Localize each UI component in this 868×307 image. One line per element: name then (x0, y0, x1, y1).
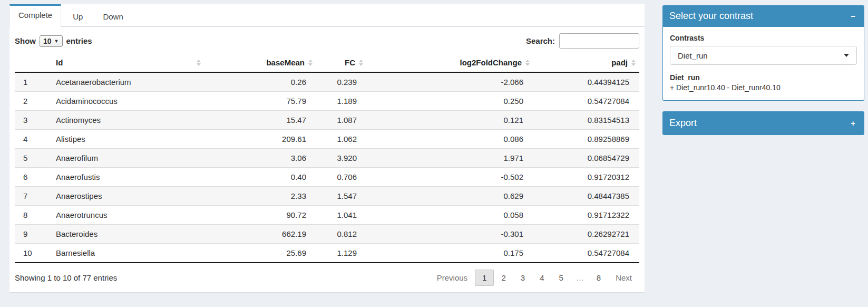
cell-num: 1 (15, 72, 52, 92)
sort-icon (525, 60, 530, 66)
column-header-padj[interactable]: padj (533, 54, 639, 72)
side-panel: Select your contrast − Contrasts Diet_ru… (662, 5, 864, 146)
table-row[interactable]: 7Anaerostipes2.331.5470.6290.48447385 (15, 187, 639, 206)
tab-complete[interactable]: Complete (9, 4, 61, 27)
cell-padj: 0.54727084 (533, 92, 639, 111)
cell-id: Acidaminococcus (52, 92, 204, 111)
cell-lfc: 0.086 (367, 130, 533, 149)
search-label: Search: (526, 36, 555, 45)
cell-id: Acetanaerobacterium (52, 72, 204, 92)
cell-fc: 0.239 (316, 72, 367, 92)
cell-id: Barnesiella (52, 244, 204, 263)
cell-padj: 0.44394125 (533, 72, 639, 92)
page-length-select[interactable]: 10 ▼ (40, 35, 63, 47)
cell-padj: 0.06854729 (533, 149, 639, 168)
pagination-page-4[interactable]: 4 (532, 270, 551, 286)
export-box-title: Export (669, 118, 697, 129)
pagination-page-3[interactable]: 3 (513, 270, 532, 286)
cell-padj: 0.48447385 (533, 187, 639, 206)
pagination-page-2[interactable]: 2 (494, 270, 513, 286)
entries-label: entries (66, 36, 92, 45)
table-row[interactable]: 6Anaerofustis0.400.706-0.5020.91720312 (15, 168, 639, 187)
cell-bm: 209.61 (204, 130, 316, 149)
cell-padj: 0.83154513 (533, 111, 639, 130)
contrast-box-body: Contrasts Diet_run Diet_run + Diet_runr1… (662, 27, 864, 101)
pagination-page-5[interactable]: 5 (551, 270, 570, 286)
export-box-header: Export + (662, 111, 864, 135)
column-header-label: FC (345, 58, 355, 67)
caret-down-icon (844, 54, 849, 57)
table-row[interactable]: 10Barnesiella25.691.1290.1750.54727084 (15, 244, 639, 263)
pagination-ellipsis: … (571, 270, 589, 286)
cell-num: 4 (15, 130, 52, 149)
pagination-page-8[interactable]: 8 (589, 270, 608, 286)
table-row[interactable]: 3Actinomyces15.471.0870.1210.83154513 (15, 111, 639, 130)
cell-num: 8 (15, 206, 52, 225)
cell-padj: 0.89258869 (533, 130, 639, 149)
cell-lfc: 0.175 (367, 244, 533, 263)
contrast-select[interactable]: Diet_run (670, 46, 857, 65)
pagination-page-1[interactable]: 1 (475, 270, 494, 286)
cell-id: Bacteroides (52, 225, 204, 244)
contrasts-label: Contrasts (670, 34, 857, 42)
column-header-id[interactable]: Id (52, 54, 204, 72)
table-row[interactable]: 9Bacteroides662.190.812-0.3010.26292721 (15, 225, 639, 244)
cell-lfc: 1.971 (367, 149, 533, 168)
pagination: Previous 12345…8 Next (430, 270, 639, 286)
column-header-rownum (15, 54, 52, 72)
cell-padj: 0.26292721 (533, 225, 639, 244)
cell-bm: 3.06 (204, 149, 316, 168)
tab-down[interactable]: Down (94, 4, 131, 27)
expand-plus-icon[interactable]: + (849, 118, 857, 128)
column-header-basemean[interactable]: baseMean (204, 54, 316, 72)
cell-id: Alistipes (52, 130, 204, 149)
cell-fc: 1.189 (316, 92, 367, 111)
contrast-box-title: Select your contrast (669, 11, 753, 22)
cell-bm: 662.19 (204, 225, 316, 244)
table-row[interactable]: 4Alistipes209.611.0620.0860.89258869 (15, 130, 639, 149)
cell-fc: 1.087 (316, 111, 367, 130)
sort-icon (197, 60, 201, 66)
search-input[interactable] (559, 33, 639, 49)
tab-bar: Complete Up Down (9, 4, 645, 27)
cell-fc: 1.041 (316, 206, 367, 225)
cell-fc: 1.547 (316, 187, 367, 206)
contrast-box-header: Select your contrast − (662, 5, 864, 27)
cell-fc: 0.812 (316, 225, 367, 244)
sort-icon (631, 60, 636, 66)
cell-lfc: -2.066 (367, 72, 533, 92)
column-header-label: baseMean (266, 58, 305, 67)
cell-id: Anaerotruncus (52, 206, 204, 225)
column-header-fc[interactable]: FC (316, 54, 367, 72)
cell-fc: 3.920 (316, 149, 367, 168)
table-row[interactable]: 2Acidaminococcus75.791.1890.2500.5472708… (15, 92, 639, 111)
cell-lfc: 0.629 (367, 187, 533, 206)
cell-bm: 2.33 (204, 187, 316, 206)
table-row[interactable]: 5Anaerofilum3.063.9201.9710.06854729 (15, 149, 639, 168)
table-body: 1Acetanaerobacterium0.260.239-2.0660.443… (15, 72, 639, 263)
cell-bm: 0.26 (204, 72, 316, 92)
cell-num: 5 (15, 149, 52, 168)
tab-content: Show 10 ▼ entries Search: Id (9, 27, 645, 292)
column-header-label: log2FoldChange (460, 58, 522, 67)
results-table: Id baseMean FC log2FoldChange (15, 54, 639, 263)
table-row[interactable]: 8Anaerotruncus90.721.0410.0580.91712322 (15, 206, 639, 225)
cell-lfc: 0.058 (367, 206, 533, 225)
cell-id: Anaerofilum (52, 149, 204, 168)
cell-bm: 25.69 (204, 244, 316, 263)
page-length-value: 10 (43, 37, 52, 45)
cell-id: Anaerostipes (52, 187, 204, 206)
column-header-log2foldchange[interactable]: log2FoldChange (367, 54, 533, 72)
results-card: Complete Up Down Show 10 ▼ entries Searc… (9, 4, 645, 292)
pagination-previous[interactable]: Previous (430, 270, 475, 286)
sort-icon (308, 60, 313, 66)
pagination-pages: 12345…8 (475, 270, 608, 286)
tab-up[interactable]: Up (64, 4, 91, 27)
collapse-minus-icon[interactable]: − (849, 11, 857, 21)
cell-num: 3 (15, 111, 52, 130)
table-row[interactable]: 1Acetanaerobacterium0.260.239-2.0660.443… (15, 72, 639, 92)
pagination-next[interactable]: Next (608, 270, 639, 286)
cell-lfc: 0.121 (367, 111, 533, 130)
table-header-row: Id baseMean FC log2FoldChange (15, 54, 639, 72)
cell-num: 9 (15, 225, 52, 244)
